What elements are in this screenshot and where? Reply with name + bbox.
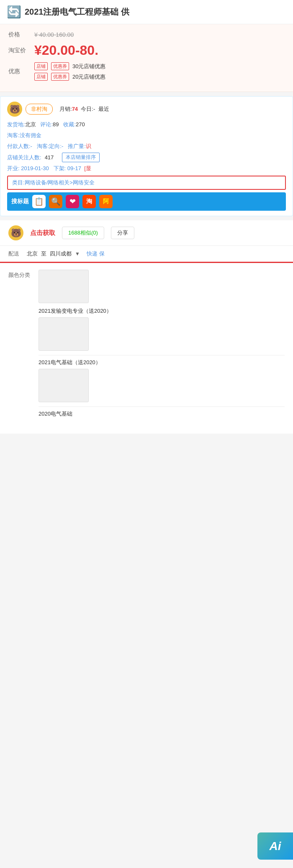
shop-monthly-sales: 月销:74 今日:- 最近 (59, 105, 109, 113)
sku-label: 颜色分类 (8, 270, 33, 279)
sku-item-name-1[interactable]: 2021发输变电专业（送2020） (39, 307, 285, 315)
toolbar-icon-copy[interactable]: 📋 (32, 195, 46, 208)
header-icon: 🔄 (7, 5, 21, 19)
badge-coupon-1: 优惠券 (51, 62, 69, 70)
sku-item-1 (39, 270, 285, 303)
rank-button[interactable]: 本店销量排序 (62, 153, 100, 162)
page-title: 2021注册电气工程师基础 供 (25, 6, 129, 18)
badge-coupon-2: 优惠券 (51, 73, 69, 81)
shop-header: 🐻 非村淘 月销:74 今日:- 最近 (7, 102, 286, 117)
discount-row: 优惠 店铺 优惠券 30元店铺优惠 店铺 优惠券 20元店铺优惠 (8, 62, 285, 81)
shop-taoke-line: 淘客:没有佣金 (7, 131, 286, 140)
header: 🔄 2021注册电气工程师基础 供 (0, 0, 293, 24)
shop-location-line: 发货地:北京 评论:89 收藏:270 (7, 120, 286, 129)
delivery-row: 配送 北京 至 四川成都 ▼ 快递 保 (0, 246, 293, 263)
discount-list: 店铺 优惠券 30元店铺优惠 店铺 优惠券 20元店铺优惠 (34, 62, 105, 81)
toolbar-icon-taobao[interactable]: 淘 (82, 195, 96, 208)
search-toolbar: 搜标题 📋 🔍 ❤ 淘 阿 (7, 192, 286, 211)
sku-row: 颜色分类 2021发输变电专业（送2020） 2021电气基础（送2020） 2… (8, 270, 285, 420)
search-label: 搜标题 (11, 198, 29, 205)
share-button[interactable]: 分享 (111, 227, 134, 239)
badge-store-2: 店铺 (34, 73, 48, 81)
similar-button[interactable]: 1688相似(0) (62, 227, 104, 239)
discount-item-2: 店铺 优惠券 20元店铺优惠 (34, 73, 105, 81)
delivery-dropdown-icon[interactable]: ▼ (75, 251, 80, 257)
sku-section: 颜色分类 2021发输变电专业（送2020） 2021电气基础（送2020） 2… (0, 263, 293, 434)
shop-name-button[interactable]: 非村淘 (26, 104, 53, 115)
category-row: 类目:网络设备/网络相关>网络安全 (7, 176, 286, 190)
price-label: 价格 (8, 31, 29, 38)
sku-options: 2021发输变电专业（送2020） 2021电气基础（送2020） 2020电气… (39, 270, 285, 420)
shop-pay-line: 付款人数:- 淘客:定向:- 推广量:识 (7, 142, 286, 151)
badge-store-1: 店铺 (34, 62, 48, 70)
sku-image-2 (39, 369, 89, 402)
original-price: ¥ 40.00-160.00 (34, 31, 74, 38)
discount-text-2: 20元店铺优惠 (72, 73, 105, 81)
discount-item-1: 店铺 优惠券 30元店铺优惠 (34, 62, 105, 70)
taobao-price: ¥20.00-80. (34, 43, 98, 58)
sku-item-name-3[interactable]: 2020电气基础 (39, 410, 285, 418)
taobao-price-label: 淘宝价 (8, 47, 29, 54)
delivery-label: 配送 (8, 250, 23, 258)
toolbar-icon-search[interactable]: 🔍 (49, 195, 62, 208)
original-price-row: 价格 ¥ 40.00-160.00 (8, 31, 285, 38)
discount-label: 优惠 (8, 68, 29, 75)
shop-follow-line: 店铺关注人数:417 本店销量排序 (7, 153, 286, 162)
sku-image-placeholder-1 (39, 270, 89, 303)
sku-item-name-2[interactable]: 2021电气基础（送2020） (39, 359, 285, 366)
price-section: 价格 ¥ 40.00-160.00 淘宝价 ¥20.00-80. 优惠 店铺 优… (0, 24, 293, 92)
toolbar-icon-heart[interactable]: ❤ (66, 195, 79, 208)
toolbar-icon-ali[interactable]: 阿 (99, 195, 113, 208)
delivery-connector: 至 (41, 250, 46, 258)
shop-date-line: 开业: 2019-01-30 下架: 09-17 [显 (7, 164, 286, 173)
delivery-from: 北京 (27, 250, 38, 258)
sku-image-1 (39, 317, 89, 351)
action-avatar: 🐻 (8, 225, 23, 240)
get-button[interactable]: 点击获取 (30, 229, 55, 237)
delivery-to: 四川成都 (50, 250, 72, 258)
divider-2 (39, 406, 285, 407)
delivery-method: 快递 保 (87, 250, 105, 258)
divider-1 (39, 355, 285, 355)
avatar: 🐻 (7, 102, 22, 117)
taobao-price-row: 淘宝价 ¥20.00-80. (8, 43, 285, 58)
discount-text-1: 30元店铺优惠 (72, 63, 105, 70)
action-row: 🐻 点击获取 1688相似(0) 分享 (0, 220, 293, 246)
shop-card: 🐻 非村淘 月销:74 今日:- 最近 发货地:北京 评论:89 收藏:270 … (0, 96, 293, 216)
